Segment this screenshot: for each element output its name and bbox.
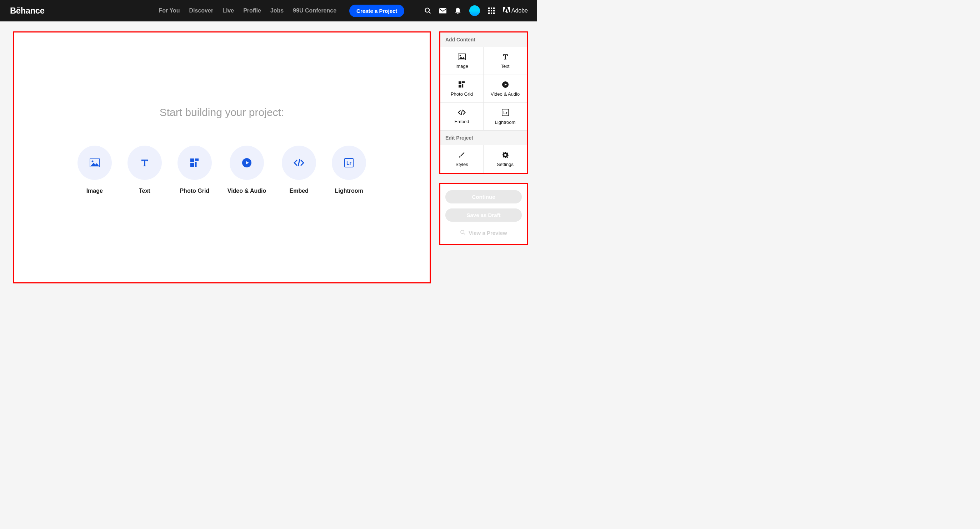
option-label: Embed: [290, 188, 309, 194]
panel-label: Styles: [455, 162, 468, 167]
nav-discover[interactable]: Discover: [189, 8, 213, 14]
primary-nav: For You Discover Live Profile Jobs 99U C…: [159, 5, 405, 17]
brush-icon: [458, 152, 465, 158]
svg-point-3: [457, 13, 458, 14]
panel-add-image[interactable]: Image: [441, 47, 484, 75]
lightroom-icon: Lr: [332, 146, 366, 180]
svg-rect-2: [439, 8, 446, 14]
panel-add-lightroom[interactable]: Lr Lightroom: [484, 103, 527, 131]
svg-rect-12: [493, 13, 495, 14]
sidebar-column: Add Content Image Text: [439, 32, 528, 283]
svg-point-31: [504, 154, 506, 156]
nav-live[interactable]: Live: [223, 8, 234, 14]
code-icon: [282, 146, 316, 180]
create-project-button[interactable]: Create a Project: [349, 5, 404, 17]
save-draft-button[interactable]: Save as Draft: [445, 208, 522, 222]
svg-point-14: [91, 160, 93, 162]
svg-rect-24: [458, 81, 461, 84]
option-label: Text: [139, 188, 150, 194]
text-icon: [127, 146, 162, 180]
adobe-label: Adobe: [511, 8, 528, 14]
preview-label: View a Preview: [469, 230, 507, 236]
header-tools: Adobe: [424, 5, 528, 16]
svg-text:Lr: Lr: [347, 160, 352, 166]
nav-jobs[interactable]: Jobs: [270, 8, 283, 14]
svg-rect-4: [488, 8, 490, 9]
actions-panel: Continue Save as Draft View a Preview: [439, 183, 528, 245]
continue-button[interactable]: Continue: [445, 190, 522, 203]
lightroom-icon: Lr: [502, 109, 509, 116]
panel-label: Embed: [454, 119, 469, 124]
nav-for-you[interactable]: For You: [159, 8, 180, 14]
panel-add-embed[interactable]: Embed: [441, 103, 484, 131]
grid-icon: [458, 81, 465, 88]
svg-rect-8: [491, 10, 492, 11]
panel-label: Video & Audio: [491, 91, 520, 97]
svg-rect-17: [195, 162, 197, 167]
behance-logo[interactable]: Bēhance: [10, 6, 45, 16]
code-icon: [458, 110, 466, 115]
project-canvas: Start building your project: Image Text …: [13, 32, 431, 283]
svg-rect-5: [491, 8, 492, 9]
search-icon: [460, 230, 466, 236]
option-label: Photo Grid: [180, 188, 209, 194]
canvas-option-photo-grid[interactable]: Photo Grid: [178, 146, 212, 194]
panel-label: Settings: [497, 162, 514, 167]
panel-label: Image: [455, 64, 468, 69]
option-label: Image: [86, 188, 103, 194]
edit-project-header: Edit Project: [441, 131, 527, 145]
play-icon: [230, 146, 264, 180]
canvas-option-image[interactable]: Image: [78, 146, 112, 194]
gear-icon: [502, 152, 509, 158]
panel-add-photo-grid[interactable]: Photo Grid: [441, 75, 484, 103]
svg-rect-25: [462, 81, 465, 83]
content-panel: Add Content Image Text: [439, 32, 528, 174]
panel-add-video-audio[interactable]: Video & Audio: [484, 75, 527, 103]
panel-label: Photo Grid: [451, 91, 473, 97]
nav-profile[interactable]: Profile: [243, 8, 261, 14]
panel-edit-settings[interactable]: Settings: [484, 145, 527, 173]
grid-icon: [178, 146, 212, 180]
top-nav: Bēhance For You Discover Live Profile Jo…: [0, 0, 537, 21]
play-icon: [502, 81, 509, 88]
canvas-option-embed[interactable]: Embed: [282, 146, 316, 194]
svg-text:Lr: Lr: [503, 111, 508, 115]
svg-line-33: [464, 233, 465, 235]
canvas-option-lightroom[interactable]: Lr Lightroom: [332, 146, 366, 194]
svg-rect-9: [493, 10, 495, 11]
svg-point-32: [461, 230, 464, 234]
text-icon: [502, 54, 509, 60]
panel-add-text[interactable]: Text: [484, 47, 527, 75]
avatar[interactable]: [469, 5, 480, 16]
view-preview-link[interactable]: View a Preview: [460, 230, 507, 236]
panel-label: Text: [501, 64, 510, 69]
image-icon: [458, 54, 466, 60]
svg-line-1: [429, 12, 430, 14]
panel-label: Lightroom: [495, 119, 516, 125]
canvas-options: Image Text Photo Grid Video & Audio: [78, 146, 366, 194]
canvas-option-video-audio[interactable]: Video & Audio: [228, 146, 266, 194]
svg-rect-26: [462, 84, 463, 87]
svg-rect-6: [493, 8, 495, 9]
adobe-logo-icon: [503, 7, 510, 14]
option-label: Video & Audio: [228, 188, 266, 194]
nav-99u[interactable]: 99U Conference: [293, 8, 336, 14]
svg-rect-15: [190, 159, 194, 162]
adobe-link[interactable]: Adobe: [503, 7, 528, 14]
panel-edit-styles[interactable]: Styles: [441, 145, 484, 173]
image-icon: [78, 146, 112, 180]
apps-grid-icon[interactable]: [488, 7, 495, 14]
svg-rect-11: [491, 13, 492, 14]
svg-rect-18: [190, 163, 194, 167]
main-area: Start building your project: Image Text …: [0, 21, 537, 290]
mail-icon[interactable]: [439, 7, 446, 14]
option-label: Lightroom: [335, 188, 363, 194]
svg-point-0: [425, 8, 429, 13]
svg-rect-10: [488, 13, 490, 14]
canvas-option-text[interactable]: Text: [127, 146, 162, 194]
svg-rect-16: [195, 159, 199, 160]
search-icon[interactable]: [424, 7, 431, 14]
svg-point-23: [460, 55, 461, 56]
svg-rect-27: [458, 85, 461, 88]
bell-icon[interactable]: [454, 7, 461, 14]
